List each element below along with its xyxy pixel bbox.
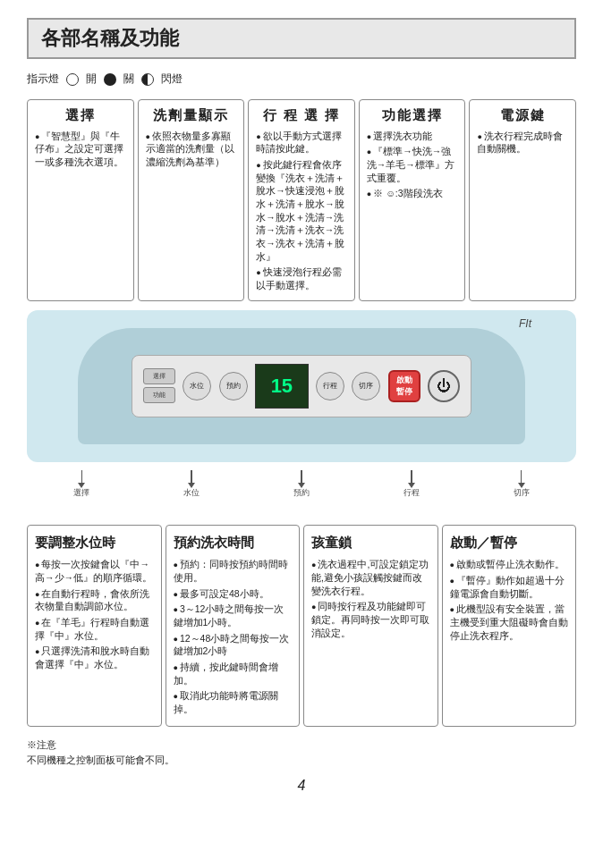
indicator-blink-label: 閃燈	[161, 72, 183, 87]
list-item: 每按一次按鍵會以『中→高→少→低』的順序循環。	[35, 558, 154, 584]
box-detergent: 洗劑量顯示 依照衣物量多寡顯示適當的洗劑量（以濃縮洗劑為基準）	[138, 99, 245, 301]
arrow-label-water: 水位	[183, 470, 200, 499]
list-item: 3～12小時之間每按一次鍵增加1小時。	[174, 603, 293, 628]
list-item: 洗衣行程完成時會自動關機。	[477, 130, 568, 156]
arrow-label-select: 選擇	[73, 470, 89, 499]
note-text: 不同機種之控制面板可能會不同。	[27, 753, 576, 769]
list-item: 啟動或暫停止洗衣動作。	[450, 558, 569, 571]
box-water-list: 每按一次按鍵會以『中→高→少→低』的順序循環。 在自動行程時，會依所洗衣物量自動…	[35, 558, 154, 671]
panel-button-2[interactable]: 功能	[143, 387, 175, 403]
power-icon: ⏻	[437, 378, 451, 394]
list-item: 在『羊毛』行程時自動選擇『中』水位。	[35, 616, 154, 642]
top-info-boxes: 選擇 『智慧型』與『牛仔布』之設定可選擇一或多種洗衣選項。 洗劑量顯示 依照衣物…	[27, 99, 576, 301]
box-child-list: 洗衣過程中,可設定鎖定功能,避免小孩誤觸按鍵而改變洗衣行程。 同時按行程及功能鍵…	[311, 558, 430, 639]
list-item: 只選擇洗清和脫水時自動會選擇『中』水位。	[35, 645, 154, 670]
indicator-filled-icon	[104, 73, 116, 86]
box-start-title: 啟動／暫停	[450, 533, 569, 553]
box-program: 行 程 選 擇 欲以手動方式選擇時請按此鍵。 按此鍵行程會依序變換『洗衣＋洗清＋…	[248, 99, 355, 301]
box-function-title: 功能選擇	[367, 105, 458, 126]
indicator-legend: 指示燈 開 關 閃燈	[27, 72, 576, 87]
arrow-label-cut: 切序	[514, 470, 530, 499]
list-item: 12～48小時之間每按一次鍵增加2小時	[174, 632, 293, 658]
box-program-list: 欲以手動方式選擇時請按此鍵。 按此鍵行程會依序變換『洗衣＋洗清＋脫水→快速浸泡＋…	[256, 130, 347, 292]
machine-diagram-section: TurboDrum FIt 選擇 功能 水位 預約 15 行程 切序	[27, 310, 576, 498]
box-detergent-title: 洗劑量顯示	[146, 105, 237, 126]
list-item: 在自動行程時，會依所洗衣物量自動調節水位。	[35, 587, 154, 613]
panel-knob-water[interactable]: 水位	[183, 372, 211, 400]
box-child-lock: 孩童鎖 洗衣過程中,可設定鎖定功能,避免小孩誤觸按鍵而改變洗衣行程。 同時按行程…	[303, 525, 438, 727]
list-item: 洗衣過程中,可設定鎖定功能,避免小孩誤觸按鍵而改變洗衣行程。	[311, 558, 430, 597]
arrow-label-reserve: 預約	[293, 470, 310, 499]
list-item: 同時按行程及功能鍵即可鎖定。再同時按一次即可取消設定。	[311, 600, 430, 639]
box-reserve-list: 預約：同時按預約時間時使用。 最多可設定48小時。 3～12小時之間每按一次鍵增…	[174, 558, 293, 716]
list-item: 『智慧型』與『牛仔布』之設定可選擇一或多種洗衣選項。	[35, 130, 126, 169]
box-reserve: 預約洗衣時間 預約：同時按預約時間時使用。 最多可設定48小時。 3～12小時之…	[166, 525, 301, 727]
fit-label: FIt	[519, 317, 531, 330]
list-item: 『暫停』動作如超過十分鐘電源會自動切斷。	[450, 574, 569, 600]
list-item: 最多可設定48小時。	[174, 587, 293, 601]
box-power-list: 洗衣行程完成時會自動關機。	[477, 130, 568, 156]
list-item: 欲以手動方式選擇時請按此鍵。	[256, 130, 347, 156]
indicator-open-icon	[66, 73, 79, 86]
diagram-arrows: 選擇 水位 預約 行程 切序	[27, 471, 576, 498]
box-power: 電源鍵 洗衣行程完成時會自動關機。	[469, 99, 576, 301]
list-item: ※ ☺:3階段洗衣	[367, 187, 458, 200]
page-number: 4	[27, 778, 576, 794]
list-item: 取消此功能時將電源關掉。	[174, 689, 293, 715]
panel-knob-reserve[interactable]: 預約	[219, 372, 248, 400]
box-child-title: 孩童鎖	[311, 533, 430, 553]
list-item: 按此鍵行程會依序變換『洗衣＋洗清＋脫水→快速浸泡＋脫水＋洗清＋脫水→脫水→脫水＋…	[256, 158, 347, 264]
box-water-level: 要調整水位時 每按一次按鍵會以『中→高→少→低』的順序循環。 在自動行程時，會依…	[27, 525, 162, 727]
indicator-half-icon	[141, 73, 154, 86]
indicator-off-label: 關	[123, 72, 134, 87]
panel-display: 15	[255, 364, 309, 409]
machine-panel: 選擇 功能 水位 預約 15 行程 切序 啟動暫停 ⏻	[132, 355, 471, 417]
list-item: 快速浸泡行程必需以手動選擇。	[256, 265, 347, 291]
machine-diagram: TurboDrum FIt 選擇 功能 水位 預約 15 行程 切序	[27, 310, 576, 462]
list-item: 『標準→快洗→強洗→羊毛→標準』方式重覆。	[367, 145, 458, 184]
list-item: 依照衣物量多寡顯示適當的洗劑量（以濃縮洗劑為基準）	[146, 130, 237, 169]
list-item: 此機型設有安全裝置，當主機受到重大阻礙時會自動停止洗衣程序。	[450, 603, 569, 642]
indicator-label: 指示燈	[27, 72, 59, 87]
footnote: ※注意 不同機種之控制面板可能會不同。	[27, 737, 576, 769]
indicator-on-label: 開	[86, 72, 97, 87]
list-item: 預約：同時按預約時間時使用。	[174, 558, 293, 584]
box-reserve-title: 預約洗衣時間	[174, 533, 293, 553]
list-item: 選擇洗衣功能	[367, 130, 458, 143]
box-detergent-list: 依照衣物量多寡顯示適當的洗劑量（以濃縮洗劑為基準）	[146, 130, 237, 169]
panel-button-cut[interactable]: 切序	[352, 372, 380, 400]
list-item: 持續，按此鍵時間會增加。	[174, 661, 293, 687]
machine-body: 選擇 功能 水位 預約 15 行程 切序 啟動暫停 ⏻	[78, 328, 525, 444]
panel-left-buttons: 選擇 功能	[143, 368, 175, 403]
page-title: 各部名稱及功能	[27, 18, 576, 59]
box-power-title: 電源鍵	[477, 105, 568, 126]
box-water-title: 要調整水位時	[35, 533, 154, 553]
box-start-list: 啟動或暫停止洗衣動作。 『暫停』動作如超過十分鐘電源會自動切斷。 此機型設有安全…	[450, 558, 569, 642]
bottom-info-boxes: 要調整水位時 每按一次按鍵會以『中→高→少→低』的順序循環。 在自動行程時，會依…	[27, 525, 576, 727]
box-select-title: 選擇	[35, 105, 126, 126]
box-select-list: 『智慧型』與『牛仔布』之設定可選擇一或多種洗衣選項。	[35, 130, 126, 169]
panel-start-button[interactable]: 啟動暫停	[388, 370, 420, 402]
panel-knob-program[interactable]: 行程	[316, 372, 344, 400]
note-symbol: ※注意	[27, 737, 576, 754]
panel-power-button[interactable]: ⏻	[428, 370, 460, 402]
box-select: 選擇 『智慧型』與『牛仔布』之設定可選擇一或多種洗衣選項。	[27, 99, 134, 301]
box-function: 功能選擇 選擇洗衣功能 『標準→快洗→強洗→羊毛→標準』方式重覆。 ※ ☺:3階…	[359, 99, 466, 301]
box-program-title: 行 程 選 擇	[256, 105, 347, 126]
box-start-pause: 啟動／暫停 啟動或暫停止洗衣動作。 『暫停』動作如超過十分鐘電源會自動切斷。 此…	[442, 525, 577, 727]
panel-button-1[interactable]: 選擇	[143, 368, 175, 384]
box-function-list: 選擇洗衣功能 『標準→快洗→強洗→羊毛→標準』方式重覆。 ※ ☺:3階段洗衣	[367, 130, 458, 200]
arrow-label-program: 行程	[403, 470, 420, 499]
